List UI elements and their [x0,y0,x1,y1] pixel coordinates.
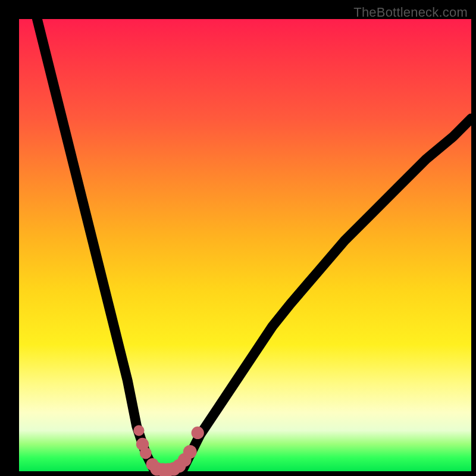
watermark-text: TheBottleneck.com [353,5,468,20]
data-marker [140,447,152,459]
data-marker [133,425,144,436]
chart-frame: TheBottleneck.com [0,0,476,476]
data-marker [192,427,204,439]
curve-left-branch [37,19,155,471]
curve-right-branch [182,118,471,471]
curve-layer [19,19,471,471]
plot-area [19,19,471,471]
data-marker [183,445,197,459]
